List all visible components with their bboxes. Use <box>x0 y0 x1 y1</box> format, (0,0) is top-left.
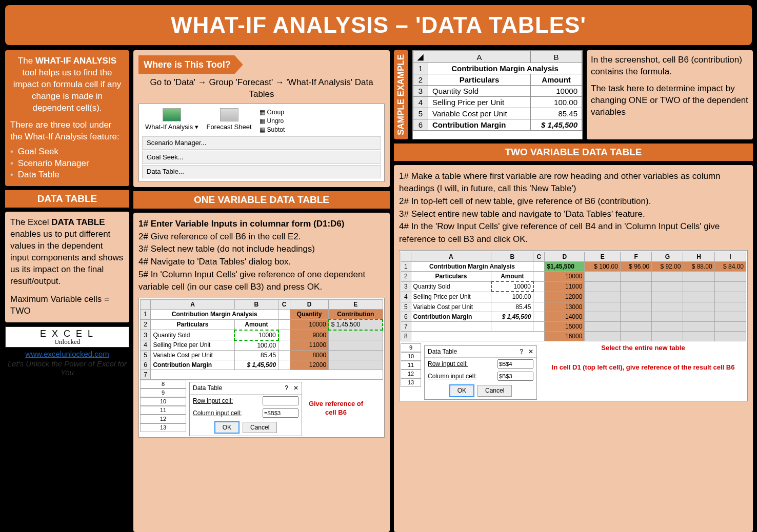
c: Particulars <box>428 74 531 86</box>
sample-note: In the screenshot, cell B6 (contribution… <box>587 50 753 139</box>
ok-button[interactable]: OK <box>214 421 240 434</box>
c: 10000 <box>234 330 278 340</box>
t: tool helps us to find the impact on form… <box>13 68 122 113</box>
c: $ 96.00 <box>620 261 651 271</box>
c: 11000 <box>290 340 329 351</box>
c: $ 88.00 <box>683 261 714 271</box>
t: DATA TABLE <box>51 217 105 227</box>
where-tab: Where is This Tool? <box>138 55 243 74</box>
c: Selling Price per Unit <box>411 292 491 302</box>
t: 3# Select new table (do not include head… <box>138 243 385 256</box>
c: 12000 <box>545 292 585 302</box>
c: 14000 <box>545 312 585 321</box>
t: Forecast Sheet <box>206 123 251 131</box>
c: $ 1,45,500 <box>329 319 383 330</box>
t: The Excel <box>10 217 51 227</box>
c: 8000 <box>290 350 329 360</box>
t: 2# In top-left cell of new table, give r… <box>399 195 748 208</box>
c: Quantity <box>290 310 329 320</box>
c: 10000 <box>290 319 329 330</box>
c: Quantity Sold <box>151 330 234 340</box>
sample-table: ◢AB 1Contribution Margin Analysis 2Parti… <box>412 50 583 139</box>
t: enables us to put different values in th… <box>10 229 123 286</box>
c: Amount <box>234 319 278 330</box>
t: 5# In 'Column Input Cells' give referenc… <box>138 269 385 294</box>
logo-text: E X C E L <box>8 329 127 338</box>
col-input-2[interactable] <box>497 372 533 381</box>
annotation: Select the entire new table <box>540 343 746 353</box>
where-path: Go to 'Data' → Group 'Forecast' → 'What-… <box>138 77 385 100</box>
c: Selling Price per Unit <box>428 97 531 108</box>
c: 100.00 <box>531 97 582 108</box>
c: $ 84.00 <box>714 261 746 271</box>
tagline: Let's Unlock the Power of Excel for You <box>5 359 129 377</box>
t: Data Table <box>193 384 222 392</box>
c: 13000 <box>545 302 585 312</box>
c: Variable Cost per Unit <box>411 302 491 312</box>
c: Variable Cost per Unit <box>151 350 234 360</box>
c: Contribution Margin <box>411 312 491 321</box>
c: 10000 <box>531 86 582 97</box>
c: Quantity Sold <box>411 281 491 292</box>
t: 4# In the 'Row Input Cells' give referen… <box>399 220 748 245</box>
t: Column input cell: <box>193 409 242 417</box>
t: The task here to determine impact by cha… <box>591 83 749 118</box>
c: 100.00 <box>491 292 533 302</box>
c: 16000 <box>545 332 585 341</box>
c: $ 1,45,500 <box>491 312 533 321</box>
t: Row input cell: <box>193 397 233 405</box>
two-var-screenshot: ABCDEFGHI 1Contribution Margin Analysis$… <box>399 250 748 401</box>
c: 15000 <box>545 321 585 331</box>
logo-sub: Unlocked <box>8 338 127 345</box>
data-table-header: DATA TABLE <box>5 190 129 208</box>
t: In the screenshot, cell B6 (contribution… <box>591 54 749 78</box>
li: Goal Seek <box>10 146 124 158</box>
t: Maximum Variable cells = TWO <box>10 294 124 317</box>
c: Amount <box>531 74 582 86</box>
t: Ungro <box>267 117 284 125</box>
c: Contribution Margin <box>151 360 234 370</box>
two-var-header: TWO VARIABLE DATA TABLE <box>394 144 753 161</box>
cancel-button[interactable]: Cancel <box>243 422 277 433</box>
two-var-box: 1# Make a table where first variable are… <box>394 165 753 532</box>
t: 2# Give reference of cell B6 in the cell… <box>138 231 385 243</box>
c: $ 1,45,500 <box>234 360 278 370</box>
menu-item: Data Table... <box>142 165 381 178</box>
c: $1,45,500 <box>545 261 585 271</box>
c: $ 100.00 <box>585 261 621 271</box>
c: $ 1,45,500 <box>531 119 582 131</box>
c: $ 92.00 <box>652 261 683 271</box>
c: Selling Price per Unit <box>151 340 234 351</box>
c: Particulars <box>411 271 491 281</box>
ok-button[interactable]: OK <box>449 384 474 397</box>
whatif-icon <box>163 108 181 121</box>
c: Contribution Margin Analysis <box>428 63 582 74</box>
c: 85.45 <box>234 350 278 360</box>
row-input-2[interactable] <box>497 359 533 369</box>
one-var-screenshot: ABCDE 1Contribution Margin AnalysisQuant… <box>138 298 385 438</box>
c: Amount <box>491 271 533 281</box>
data-table-dialog: Data Table? ✕ Row input cell: Column inp… <box>189 382 302 436</box>
t: Row input cell: <box>428 360 468 368</box>
c: Contribution <box>329 310 383 320</box>
t: The <box>18 56 35 66</box>
cancel-button[interactable]: Cancel <box>477 385 512 396</box>
one-var-header: ONE VARIABLE DATA TABLE <box>133 191 390 209</box>
row-input[interactable] <box>263 396 298 405</box>
t: Group <box>267 109 284 116</box>
c: Contribution Margin Analysis <box>411 261 533 271</box>
t: There are three tool under the What-If A… <box>10 119 124 143</box>
ribbon-screenshot: What-If Analysis ▾ Forecast Sheet ▦ Grou… <box>138 104 385 182</box>
col-input[interactable] <box>263 408 298 418</box>
data-table-desc: The Excel DATA TABLE enables us to put d… <box>5 212 129 322</box>
t: Data Table <box>428 347 457 356</box>
data-table-dialog-2: Data Table? ✕ Row input cell: Column inp… <box>424 345 537 399</box>
one-var-box: 1# Enter Variable Inputs in columnar for… <box>133 213 390 532</box>
menu-item: Goal Seek... <box>142 151 381 164</box>
c: Quantity Sold <box>428 86 531 97</box>
c: 100.00 <box>234 340 278 351</box>
site-link[interactable]: www.excelunlocked.com <box>5 350 129 358</box>
c: 9000 <box>290 330 329 340</box>
sample-label: SAMPLE EXAMPLE <box>394 50 408 139</box>
li: Data Table <box>10 169 124 181</box>
